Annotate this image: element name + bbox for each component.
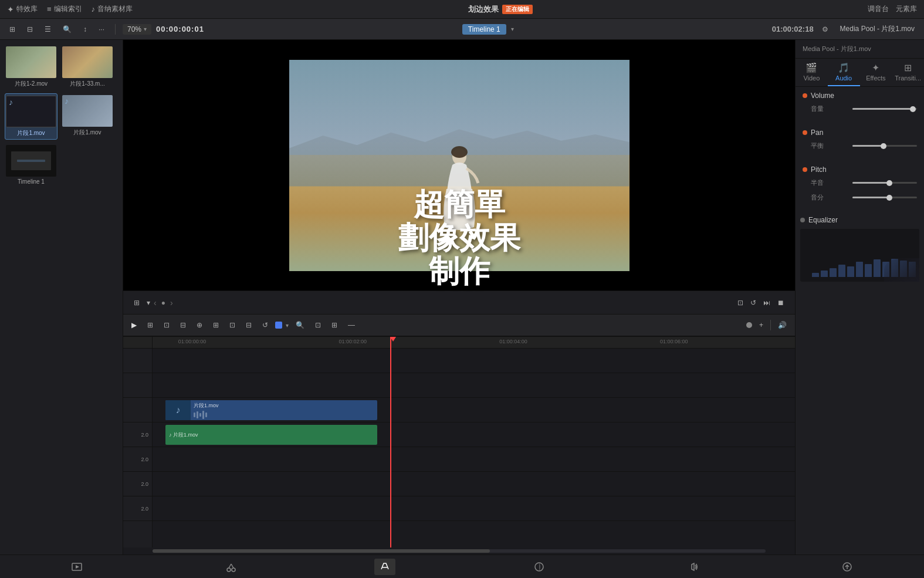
timeline-name[interactable]: Timeline 1 xyxy=(462,24,506,35)
playback-dot[interactable]: ● xyxy=(161,299,165,307)
zoom-level: 70% xyxy=(127,25,141,33)
pan-slider[interactable] xyxy=(852,145,917,147)
tab-audio[interactable]: 🎵 Audio xyxy=(828,59,860,86)
media-thumb-5 xyxy=(6,145,56,177)
svg-point-3 xyxy=(227,568,231,572)
loop-btn[interactable]: ↺ xyxy=(747,297,760,309)
more-btn[interactable]: ··· xyxy=(95,23,108,35)
dynamic-trim[interactable]: ⊞ xyxy=(209,319,222,331)
timeline-track-6 xyxy=(153,472,795,496)
media-item-timeline[interactable]: Timeline 1 xyxy=(5,143,57,187)
tab-effects[interactable]: ✦ Effects xyxy=(860,59,892,86)
settings-btn[interactable]: ⚙ xyxy=(818,23,832,35)
slide-tool[interactable]: ⊕ xyxy=(193,319,206,331)
razor-tool[interactable]: ⊡ xyxy=(160,319,173,331)
cents-slider[interactable] xyxy=(852,197,917,198)
ruler-mark-2: 01:00:04:00 xyxy=(499,339,527,344)
playhead xyxy=(390,337,391,547)
zoom-mixed[interactable]: ⊞ xyxy=(328,319,341,331)
select-tool[interactable]: ⊞ xyxy=(144,319,157,331)
bottom-cut-btn[interactable] xyxy=(221,559,242,575)
ripple-trim[interactable]: ↺ xyxy=(259,319,272,331)
zoom-display[interactable]: 70% ▾ xyxy=(123,24,151,35)
pitch-cents-label: 音分 xyxy=(811,193,824,202)
stop-btn[interactable]: ⏹ xyxy=(774,297,788,309)
media-item[interactable]: ♪ 片段1.mov xyxy=(61,93,114,140)
special-effects-btn[interactable]: ✦ 特效库 xyxy=(7,4,38,14)
pan-section: Pan 平衡 xyxy=(796,124,924,161)
end-btn[interactable]: ⏭ xyxy=(760,297,774,309)
svg-line-5 xyxy=(229,564,231,568)
slip-tool[interactable]: ⊟ xyxy=(177,319,189,331)
view-btn[interactable]: ⊞ xyxy=(6,23,19,35)
sort-btn[interactable]: ↕ xyxy=(80,23,90,35)
elements-btn[interactable]: 元素库 xyxy=(896,4,917,14)
search-btn[interactable]: 🔍 xyxy=(59,23,75,35)
audio-properties-panel: Media Pool - 片段1.mov 🎬 Video 🎵 Audio ✦ E… xyxy=(795,40,924,555)
timeline-scrollbar[interactable] xyxy=(123,547,795,555)
eq-bars-container[interactable] xyxy=(800,229,919,282)
tab-video[interactable]: 🎬 Video xyxy=(796,59,828,86)
bottom-color-btn[interactable] xyxy=(529,559,550,575)
insert-edit[interactable]: ⊡ xyxy=(226,319,239,331)
overwrite-edit[interactable]: ⊟ xyxy=(242,319,255,331)
top-bar-center: 划边效果 正在编辑 xyxy=(468,4,533,15)
media-label-3: 片段1.mov xyxy=(17,129,45,137)
edit-icon xyxy=(379,561,391,573)
ruler-mark-0: 01:00:00:00 xyxy=(178,339,207,344)
svg-point-4 xyxy=(232,568,235,572)
preview-layout-btn2[interactable]: ▾ xyxy=(143,297,154,309)
bottom-media-btn[interactable] xyxy=(66,559,87,575)
pan-param-label: 平衡 xyxy=(811,141,824,150)
cursor-tool[interactable]: ▶ xyxy=(128,319,140,331)
media-pool-panel: 片段1-2.mov 片段1-33.m... ♪ 片段1.mov ♪ xyxy=(0,40,123,555)
scrollbar-thumb[interactable] xyxy=(153,549,490,553)
zoom-in-timeline[interactable]: 🔍 xyxy=(292,319,308,331)
media-item-selected[interactable]: ♪ 片段1.mov xyxy=(5,93,57,140)
top-bar-right: 调音台 元素库 xyxy=(868,4,917,14)
pan-dot xyxy=(803,130,807,135)
eq-header: Equalizer xyxy=(800,216,919,224)
media-item[interactable]: 片段1-33.m... xyxy=(61,45,114,90)
prev-btn[interactable]: ‹ xyxy=(154,298,157,307)
bottom-edit-btn[interactable] xyxy=(374,559,395,575)
bottom-audio-btn[interactable] xyxy=(682,559,703,575)
timeline-main[interactable]: 01:00:00:00 01:00:02:00 01:00:04:00 01:0… xyxy=(153,337,795,547)
fullscreen-btn[interactable]: ⊡ xyxy=(734,297,747,309)
pitch-dot xyxy=(803,167,807,172)
grid-btn[interactable]: ⊟ xyxy=(23,23,36,35)
next-btn[interactable]: › xyxy=(170,298,173,307)
panel-title: Media Pool - 片段1.mov xyxy=(796,40,924,59)
media-thumb-2 xyxy=(62,46,113,78)
track-label-6: 2.0 xyxy=(123,472,152,496)
timecode-display: 00:00:00:01 xyxy=(156,25,204,33)
color-flag-arrow[interactable]: ▾ xyxy=(286,322,289,329)
bottom-deliver-btn[interactable] xyxy=(837,559,858,575)
zoom-out-timeline[interactable]: — xyxy=(344,319,358,331)
mixer-btn[interactable]: 调音台 xyxy=(868,4,889,14)
track-label-5: 2.0 xyxy=(123,447,152,472)
audio-clip[interactable]: ♪ 片段1.mov xyxy=(165,425,377,445)
tab-transitions[interactable]: ⊞ Transiti... xyxy=(892,59,924,86)
edit-index-btn[interactable]: ≡ 编辑索引 xyxy=(47,4,82,14)
semitone-slider[interactable] xyxy=(852,182,917,184)
video-clip-label: 片段1.mov xyxy=(194,402,219,410)
video-clip[interactable]: ♪ 片段1.mov xyxy=(165,400,377,420)
volume-dot xyxy=(803,93,807,98)
preview-area: 超簡單 劃像效果 制作 ⊞ ▾ ‹ ● › ⊡ ↺ ⏭ ⏹ xyxy=(123,40,795,314)
ruler-mark-1: 01:00:02:00 xyxy=(339,339,367,344)
cut-icon xyxy=(225,561,237,573)
media-pool-title: Media Pool - 片段1.mov xyxy=(837,22,918,36)
semitone-slider-container xyxy=(852,182,917,184)
list-btn[interactable]: ☰ xyxy=(41,23,55,35)
add-track[interactable]: + xyxy=(756,319,767,331)
audio-level[interactable]: 🔊 xyxy=(774,319,790,331)
volume-slider[interactable] xyxy=(852,108,917,110)
audio-icon xyxy=(687,561,699,573)
media-item[interactable]: 片段1-2.mov xyxy=(5,45,57,90)
audio-material-btn[interactable]: ♪ 音纳素材库 xyxy=(92,4,133,14)
preview-layout-btn[interactable]: ⊞ xyxy=(130,297,143,309)
eq-bar xyxy=(865,264,872,277)
clip-info: 片段1.mov xyxy=(191,402,221,419)
zoom-fit[interactable]: ⊡ xyxy=(312,319,324,331)
